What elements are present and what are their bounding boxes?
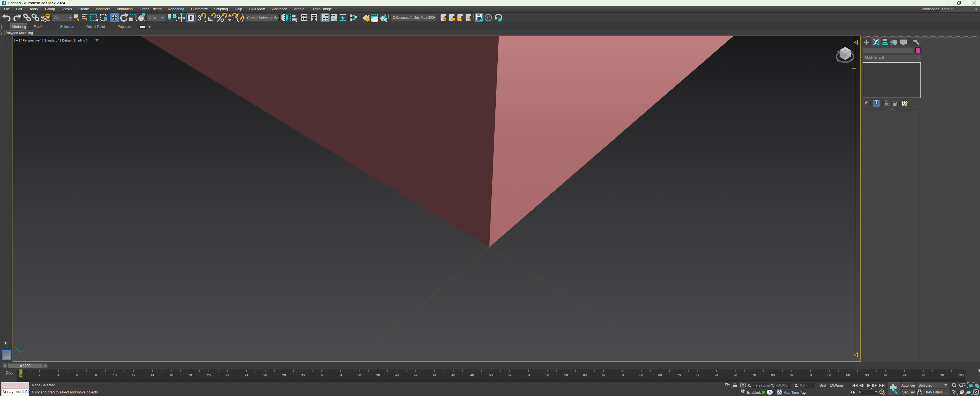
svg-text:Y:: Y: <box>771 383 774 388</box>
svg-text:38: 38 <box>376 374 380 377</box>
svg-text:44: 44 <box>433 374 436 377</box>
svg-text:66: 66 <box>640 374 643 377</box>
svg-text:0: 0 <box>769 391 771 394</box>
svg-text:56: 56 <box>546 374 549 377</box>
svg-text:18: 18 <box>188 374 192 377</box>
svg-text:100: 100 <box>958 374 964 377</box>
svg-text:54: 54 <box>527 374 530 377</box>
svg-text:y: y <box>14 345 16 348</box>
svg-text:36: 36 <box>358 374 361 377</box>
svg-text:Enabled:: Enabled: <box>747 391 761 394</box>
svg-text:82: 82 <box>790 374 794 377</box>
svg-text:84: 84 <box>809 374 813 377</box>
svg-text:98: 98 <box>940 374 944 377</box>
svg-text:52: 52 <box>508 374 512 377</box>
svg-text:72: 72 <box>696 374 700 377</box>
svg-text:Add Time Tag: Add Time Tag <box>784 391 806 394</box>
svg-text:58: 58 <box>564 374 568 377</box>
svg-text:34: 34 <box>339 374 342 377</box>
svg-text:88: 88 <box>846 374 850 377</box>
svg-text:14: 14 <box>151 374 154 377</box>
svg-text:3: 3 <box>197 14 201 22</box>
svg-text:W: W <box>837 60 839 62</box>
svg-text:Set Key: Set Key <box>902 390 915 394</box>
svg-text:40: 40 <box>395 374 399 377</box>
svg-text:C:\Users\sp\...3ds Max 2024: C:\Users\sp\...3ds Max 2024 <box>393 16 436 20</box>
svg-text:50: 50 <box>489 374 493 377</box>
svg-text:68: 68 <box>659 374 662 377</box>
svg-text:60: 60 <box>583 374 587 377</box>
svg-text:90: 90 <box>865 374 869 377</box>
svg-text:4: 4 <box>57 374 60 377</box>
svg-text:x: x <box>27 346 28 349</box>
svg-text:62: 62 <box>602 374 606 377</box>
svg-text:0: 0 <box>20 373 22 377</box>
svg-text:12: 12 <box>132 374 135 377</box>
svg-text:Grid = 10,0mm: Grid = 10,0mm <box>819 383 843 388</box>
svg-text:Create Selection Se: Create Selection Se <box>247 16 278 20</box>
svg-text:Z:: Z: <box>795 383 798 388</box>
svg-text:26: 26 <box>264 374 267 377</box>
svg-text:94: 94 <box>903 374 907 377</box>
svg-text:32: 32 <box>320 374 324 377</box>
svg-text:z: z <box>20 342 21 346</box>
svg-text:All: All <box>54 16 58 20</box>
svg-text:46: 46 <box>452 374 455 377</box>
svg-text:30: 30 <box>301 374 305 377</box>
svg-text:6: 6 <box>76 374 78 377</box>
svg-text:10: 10 <box>113 374 117 377</box>
svg-text:X:: X: <box>748 383 751 388</box>
svg-text:Auto Key: Auto Key <box>901 383 916 388</box>
svg-text:76: 76 <box>733 374 737 377</box>
svg-text:86: 86 <box>827 374 831 377</box>
svg-text:16: 16 <box>170 374 173 377</box>
svg-text:N: N <box>837 50 839 52</box>
svg-text:20: 20 <box>207 374 211 377</box>
svg-text:28: 28 <box>282 374 286 377</box>
svg-text:Selected: Selected <box>918 383 932 388</box>
svg-text:8: 8 <box>95 374 97 377</box>
svg-text:0,0mm: 0,0mm <box>800 383 810 388</box>
svg-text:Key Filters...: Key Filters... <box>926 390 945 394</box>
svg-text:80: 80 <box>771 374 775 377</box>
svg-text:24: 24 <box>245 374 248 377</box>
svg-text:78: 78 <box>752 374 756 377</box>
svg-text:View: View <box>148 16 156 20</box>
svg-text:2: 2 <box>39 374 40 377</box>
svg-text:0: 0 <box>859 390 861 394</box>
svg-text:64: 64 <box>621 374 624 377</box>
svg-text:-49,995mm: -49,995mm <box>752 383 770 388</box>
svg-text:3: 3 <box>3 1 5 4</box>
svg-text:48: 48 <box>470 374 474 377</box>
svg-text:92: 92 <box>884 374 888 377</box>
svg-text:MAX: MAX <box>3 4 5 5</box>
svg-text:22: 22 <box>226 374 230 377</box>
svg-text:E: E <box>853 50 854 52</box>
svg-text:42: 42 <box>414 374 418 377</box>
svg-text:96: 96 <box>921 374 925 377</box>
svg-text:-50,005mm: -50,005mm <box>776 383 794 388</box>
svg-text:70: 70 <box>677 374 681 377</box>
svg-text:12: 12 <box>486 16 490 20</box>
svg-text:74: 74 <box>715 374 719 377</box>
